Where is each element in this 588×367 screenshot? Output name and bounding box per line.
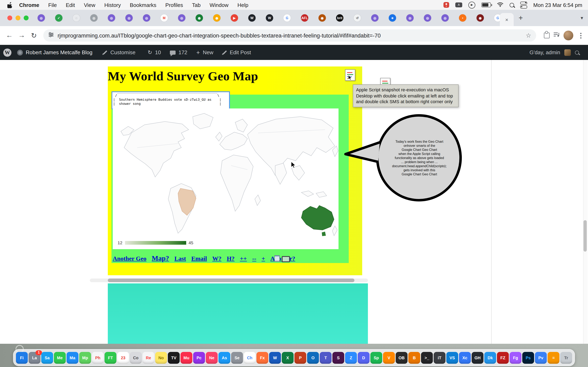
customise-label[interactable]: Customise [111, 49, 136, 55]
menu-item[interactable]: History [104, 2, 121, 8]
comments-count[interactable]: 172 [178, 49, 187, 55]
window-close-button[interactable] [7, 16, 12, 20]
page-link[interactable]: -- [252, 255, 256, 262]
forward-button[interactable]: → [16, 31, 28, 40]
dock-app-icon[interactable]: Fx [256, 352, 268, 364]
spotlight-icon[interactable] [510, 3, 514, 7]
dock-app-icon[interactable]: Se [231, 352, 243, 364]
pinned-tab-icon[interactable]: M [160, 14, 168, 22]
dock-app-icon[interactable]: Tr [560, 352, 572, 364]
pinned-tab-icon[interactable]: ↺ [354, 14, 361, 22]
dock-app-icon[interactable]: Xc [459, 352, 471, 364]
page-link[interactable]: H? [227, 255, 234, 262]
dock-app-icon[interactable]: Pc [193, 352, 205, 364]
region-europe[interactable] [220, 132, 247, 150]
dock-app-icon[interactable]: Re [143, 352, 154, 364]
pinned-tab-icon[interactable]: W [266, 14, 273, 22]
tab-search-chevron-icon[interactable]: ▾ [581, 15, 583, 21]
pinned-tab-icon[interactable]: ◎ [441, 14, 449, 22]
dock-app-icon[interactable]: GH [472, 352, 484, 364]
pinned-tab-icon[interactable]: ◎ [406, 14, 414, 22]
page-link[interactable]: + [261, 255, 265, 262]
page-link[interactable]: Email [191, 255, 207, 262]
list-icon[interactable] [274, 255, 280, 263]
control-center-icon[interactable] [520, 1, 527, 8]
dock-app-icon[interactable]: S [332, 352, 344, 364]
pinned-tab-icon[interactable]: ◎ [38, 14, 45, 22]
dock-app-icon[interactable]: Co [130, 352, 142, 364]
vertical-scrollbar-track[interactable] [583, 60, 588, 344]
input-source-icon[interactable]: A [455, 2, 462, 7]
horizontal-scrollbar-thumb[interactable] [108, 278, 355, 282]
dock-app-icon[interactable]: Mp [79, 352, 91, 364]
page-link[interactable]: ++ [240, 255, 247, 262]
media-controls-icon[interactable] [553, 32, 560, 39]
menu-item[interactable]: Window [210, 2, 229, 8]
page-link[interactable]: Last [174, 255, 186, 262]
dock-app-icon[interactable]: Sp [370, 352, 382, 364]
battery-icon[interactable] [481, 2, 491, 7]
pinned-tab-icon[interactable]: ◉ [213, 14, 221, 22]
dock-app-icon[interactable]: No [155, 352, 167, 364]
url-text[interactable]: rjmprogramming.com.au/ITblog/google-char… [58, 33, 526, 39]
new-label[interactable]: New [203, 49, 213, 55]
pinned-tab-icon[interactable]: ◉ [476, 14, 484, 22]
pinned-tab-icon[interactable]: ◎ [371, 14, 379, 22]
dock-app-icon[interactable]: VS [446, 352, 458, 364]
pinned-tab-icon[interactable]: ◎ [125, 14, 133, 22]
new-content-menu[interactable]: + New [196, 49, 214, 56]
profile-avatar[interactable] [563, 31, 573, 40]
region-australia[interactable] [301, 206, 334, 230]
pinned-tab-icon[interactable]: ◌ [73, 14, 80, 22]
edit-post-label[interactable]: Edit Post [230, 49, 251, 55]
page-link[interactable]: Map? [152, 254, 169, 263]
dock-app-icon[interactable]: Dk [484, 352, 496, 364]
tab-close-icon[interactable]: × [505, 17, 508, 23]
dock-app-icon[interactable]: Fi [16, 352, 28, 364]
dock-app-icon[interactable]: Pv [535, 352, 547, 364]
dock-app-icon[interactable]: X [282, 352, 294, 364]
geo-map[interactable]: 12 45 [113, 108, 338, 249]
menu-item[interactable]: File [48, 2, 57, 8]
dock-app-icon[interactable]: O [307, 352, 319, 364]
monitor-icon[interactable] [282, 256, 290, 264]
active-app-name[interactable]: Chrome [19, 2, 39, 8]
dock-app-icon[interactable]: TV [168, 352, 180, 364]
pinned-tab-icon[interactable]: ▶ [231, 14, 238, 22]
wifi-icon[interactable] [497, 2, 503, 8]
page-link[interactable]: Another Geo [113, 255, 146, 262]
admin-greeting[interactable]: G'day, admin [530, 49, 560, 55]
menu-item[interactable]: Bookmarks [130, 2, 156, 8]
comments-menu[interactable]: 172 [170, 49, 187, 55]
browser-menu-icon[interactable] [580, 35, 581, 36]
pinned-tab-icon[interactable]: ◎ [108, 14, 115, 22]
dock-app-icon[interactable]: La 1 [29, 352, 40, 364]
vertical-scrollbar-thumb[interactable] [584, 220, 587, 252]
dock-app-icon[interactable]: D [358, 352, 370, 364]
window-minimize-button[interactable] [16, 16, 20, 20]
dock-app-icon[interactable]: Sa [41, 352, 53, 364]
dock-app-icon[interactable]: 23 [117, 352, 129, 364]
menu-item[interactable]: Tab [192, 2, 201, 8]
dock-app-icon[interactable]: iT [434, 352, 445, 364]
pinned-tab-icon[interactable]: ◎ [178, 14, 185, 22]
pinned-tab-icon[interactable]: AFL [301, 14, 308, 22]
admin-search-icon[interactable] [575, 50, 579, 54]
new-tab-button[interactable]: + [519, 14, 523, 22]
menu-bar-clock[interactable]: Mon 23 Mar 6:54 pm [533, 2, 582, 8]
extensions-icon[interactable] [544, 33, 550, 38]
dock-app-icon[interactable]: Mu [181, 352, 192, 364]
apple-menu-icon[interactable] [7, 2, 13, 8]
dock-app-icon[interactable]: B [408, 352, 420, 364]
dock-app-icon[interactable]: Ps [522, 352, 534, 364]
dock-app-icon[interactable]: Me [54, 352, 66, 364]
dock-app-icon[interactable]: Ch [244, 352, 256, 364]
back-button[interactable]: ← [3, 31, 16, 40]
pinned-tab-icon[interactable]: ◎ [90, 14, 98, 22]
dock-app-icon[interactable]: FZ [497, 352, 509, 364]
region-greenland[interactable] [193, 113, 213, 129]
omnibox[interactable]: rjmprogramming.com.au/ITblog/google-char… [43, 29, 536, 42]
menu-item[interactable]: Edit [66, 2, 75, 8]
admin-avatar[interactable] [564, 49, 571, 56]
pinned-tab-icon[interactable]: ◉ [319, 14, 326, 22]
